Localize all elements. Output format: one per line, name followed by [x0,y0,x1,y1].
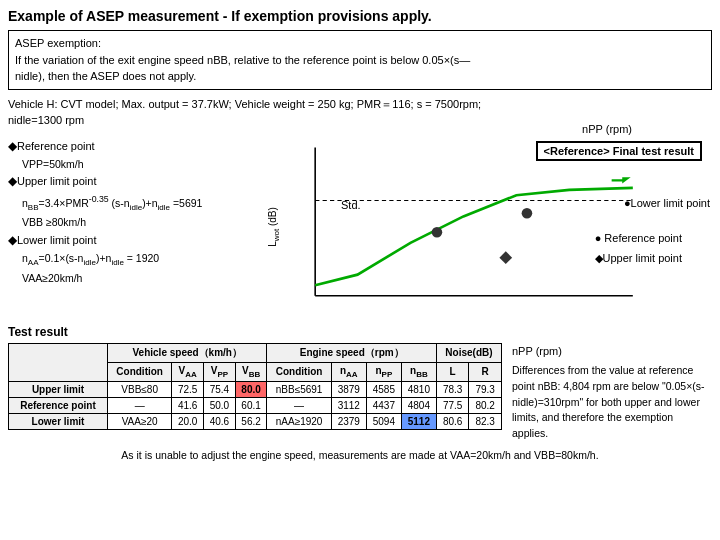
table-cell: 2379 [331,413,366,429]
chart-panel: nPP (rpm) <Reference> Final test result … [236,137,712,317]
table-cell: Reference point [9,397,108,413]
table-cell: 50.0 [204,397,236,413]
left-panel: Reference point VPP=50km/h Upper limit p… [8,137,228,317]
table-cell: 82.3 [469,413,502,429]
table-cell: 20.0 [172,413,204,429]
table-cell: 77.5 [436,397,468,413]
svg-marker-4 [499,251,512,264]
upper-limit-item: Upper limit point [8,172,228,191]
table-cell: 4437 [366,397,401,413]
sub-l: L [436,362,468,381]
table-cell: — [267,397,331,413]
bottom-note: As it is unable to adjust the engine spe… [8,448,712,464]
sub-condition2: Condition [267,362,331,381]
table-cell: 60.1 [235,397,267,413]
col-noise: Noise(dB) [436,343,501,362]
diff-text: Differences from the value at reference … [512,363,712,442]
lower-bullet [8,234,17,246]
table-cell: 4810 [401,381,436,397]
table-cell: 40.6 [204,413,236,429]
table-cell: 4804 [401,397,436,413]
asep-box: ASEP exemption: If the variation of the … [8,30,712,90]
ref-bullet [8,140,17,152]
table-cell: 5112 [401,413,436,429]
upper-bullet [8,175,17,187]
table-cell: 79.3 [469,381,502,397]
upper-eq: nBB=3.4×PMR-0.35 (s-nidle)+nidle =5691 [22,192,228,214]
col-engine-speed: Engine speed（rpm） [267,343,436,362]
sub-vaa: VAA [172,362,204,381]
col-empty [9,343,108,381]
table-cell: Upper limit [9,381,108,397]
table-cell: 80.6 [436,413,468,429]
table-cell: 72.5 [172,381,204,397]
table-cell: 4585 [366,381,401,397]
sub-nbb: nBB [401,362,436,381]
table-cell: 56.2 [235,413,267,429]
upper-limit-label: Upper limit point [17,175,96,187]
result-table: Vehicle speed（km/h） Engine speed（rpm） No… [8,343,502,430]
lower-limit-item: Lower limit point [8,231,228,250]
table-wrapper: Vehicle speed（km/h） Engine speed（rpm） No… [8,343,502,430]
col-vehicle-speed: Vehicle speed（km/h） [107,343,266,362]
table-cell: nBB≤5691 [267,381,331,397]
sub-npp: nPP [366,362,401,381]
table-cell: VAA≥20 [107,413,171,429]
sub-r: R [469,362,502,381]
vpp-value: VPP=50km/h [22,156,228,173]
test-result-header: Test result [8,325,712,339]
table-cell: — [107,397,171,413]
table-cell: 3112 [331,397,366,413]
main-title: Example of ASEP measurement - If exempti… [8,8,712,24]
npp-label-right: nPP (rpm) [512,343,712,360]
table-cell: 41.6 [172,397,204,413]
asep-line3: nidle), then the ASEP does not apply. [15,68,705,85]
table-cell: 3879 [331,381,366,397]
asep-line2: If the variation of the exit engine spee… [15,52,705,69]
table-cell: 5094 [366,413,401,429]
table-cell: 80.0 [235,381,267,397]
test-result-section: Test result Vehicle speed（km/h） Engine s… [8,325,712,464]
table-cell: nAA≥1920 [267,413,331,429]
upper-vbb: VBB ≥80km/h [22,214,228,231]
table-cell: Lower limit [9,413,108,429]
table-row: Reference point—41.650.060.1—31124437480… [9,397,502,413]
svg-point-5 [522,207,533,218]
table-cell: 78.3 [436,381,468,397]
table-row: Lower limitVAA≥2020.040.656.2nAA≥1920237… [9,413,502,429]
table-cell: VBB≤80 [107,381,171,397]
table-cell: 75.4 [204,381,236,397]
lower-eq: nAA=0.1×(s-nidle)+nidle = 1920 [22,250,228,270]
svg-point-3 [432,227,443,238]
sub-vpp: VPP [204,362,236,381]
sub-naa: nAA [331,362,366,381]
ref-point-label: Reference point [17,140,95,152]
ref-point-item: Reference point [8,137,228,156]
sub-condition1: Condition [107,362,171,381]
vehicle-line1: Vehicle H: CVT model; Max. output = 37.7… [8,96,712,113]
npp-axis-label: nPP (rpm) [582,123,632,135]
asep-line1: ASEP exemption: [15,35,705,52]
svg-marker-6 [612,177,631,183]
sub-vbb: VBB [235,362,267,381]
right-panel: nPP (rpm) Differences from the value at … [512,343,712,442]
table-cell: 80.2 [469,397,502,413]
lower-limit-label: Lower limit point [17,234,96,246]
table-row: Upper limitVBB≤8072.575.480.0nBB≤5691387… [9,381,502,397]
lower-vaa: VAA≥20km/h [22,270,228,287]
